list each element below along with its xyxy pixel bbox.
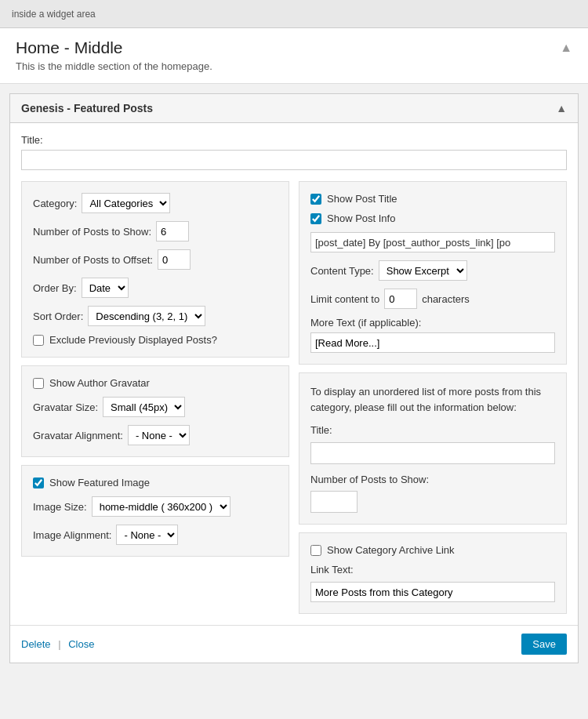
footer-links: Delete | Close [21,638,94,650]
link-text-label: Link Text: [310,564,555,576]
image-align-row: Image Alignment: - None - [33,525,278,545]
right-panel-1: Show Post Title Show Post Info Content T… [299,181,567,365]
right-panel-2: To display an unordered list of more pos… [299,372,567,525]
num-offset-row: Number of Posts to Offset: [33,249,278,270]
gravatar-size-row: Gravatar Size: Small (45px) [33,397,278,417]
sort-order-label: Sort Order: [33,310,83,322]
image-size-label: Image Size: [33,501,87,513]
content-type-select[interactable]: Show Excerpt [379,260,467,281]
delete-link[interactable]: Delete [21,638,51,650]
show-gravatar-label: Show Author Gravatar [49,377,150,389]
close-link[interactable]: Close [68,638,94,650]
widget-footer: Delete | Close Save [10,625,578,663]
order-by-label: Order By: [33,282,77,294]
left-column: Category: All Categories Number of Posts… [21,181,289,614]
link-text-input[interactable] [310,582,555,602]
title-row: Title: [21,134,567,170]
right-column: Show Post Title Show Post Info Content T… [299,181,567,614]
show-image-row: Show Featured Image [33,477,278,488]
num-posts-row: Number of Posts to Show: [33,221,278,241]
title-label: Title: [21,134,567,146]
show-archive-label: Show Category Archive Link [327,544,455,556]
more-title-block: Title: [310,423,555,464]
panel-chevron-up-icon: ▲ [556,102,567,114]
title-input[interactable] [21,150,567,170]
more-title-input[interactable] [310,442,555,464]
header-content: Home - Middle This is the middle section… [16,38,212,72]
header-section: Home - Middle This is the middle section… [0,28,588,84]
info-text: To display an unordered list of more pos… [310,384,555,415]
widget-panel: Genesis - Featured Posts ▲ Title: Catego… [9,93,579,663]
limit-row: Limit content to characters [310,289,555,309]
more-num-posts-label: Number of Posts to Show: [310,472,555,488]
save-button[interactable]: Save [521,634,567,655]
show-title-row: Show Post Title [310,193,555,205]
more-text-block: More Text (if applicable): [310,317,555,353]
num-offset-input[interactable] [158,249,191,270]
left-panel-3: Show Featured Image Image Size: home-mid… [21,465,289,557]
widget-panel-title: Genesis - Featured Posts [21,102,153,114]
show-title-checkbox[interactable] [310,194,321,205]
category-select[interactable]: All Categories [82,193,170,213]
right-panel-3: Show Category Archive Link Link Text: [299,532,567,614]
post-info-input[interactable] [310,232,555,252]
num-posts-input[interactable] [156,221,189,241]
show-info-row: Show Post Info [310,212,555,224]
gravatar-align-row: Gravatar Alignment: - None - [33,425,278,445]
show-gravatar-row: Show Author Gravatar [33,377,278,389]
show-info-label: Show Post Info [327,212,395,224]
page-title: Home - Middle [16,38,212,57]
more-num-posts-block: Number of Posts to Show: [310,472,555,514]
limit-label: Limit content to [310,293,379,305]
image-size-select[interactable]: home-middle ( 360x200 ) [92,496,230,517]
limit-suffix: characters [422,293,470,305]
more-title-label: Title: [310,423,555,438]
two-col-layout: Category: All Categories Number of Posts… [21,181,567,614]
image-align-select[interactable]: - None - [116,525,178,545]
show-image-label: Show Featured Image [49,477,150,488]
top-bar: inside a widget area [0,0,588,28]
content-type-row: Content Type: Show Excerpt [310,260,555,281]
gravatar-align-select[interactable]: - None - [128,425,190,445]
show-gravatar-checkbox[interactable] [33,378,44,389]
exclude-checkbox[interactable] [33,335,44,346]
gravatar-size-label: Gravatar Size: [33,401,98,413]
category-label: Category: [33,198,77,209]
show-info-checkbox[interactable] [310,213,321,224]
widget-panel-header[interactable]: Genesis - Featured Posts ▲ [10,94,578,123]
link-text-block: Link Text: [310,564,555,602]
image-size-row: Image Size: home-middle ( 360x200 ) [33,496,278,517]
show-archive-checkbox[interactable] [310,545,321,556]
exclude-label: Exclude Previously Displayed Posts? [49,334,217,346]
widget-panel-body: Title: Category: All Categories [10,123,578,625]
exclude-row: Exclude Previously Displayed Posts? [33,334,278,346]
num-offset-label: Number of Posts to Offset: [33,254,153,266]
left-panel-1: Category: All Categories Number of Posts… [21,181,289,358]
gravatar-align-label: Gravatar Alignment: [33,430,123,441]
image-align-label: Image Alignment: [33,529,111,541]
more-num-posts-input[interactable] [310,491,358,513]
top-bar-text: inside a widget area [12,9,96,20]
more-text-input[interactable] [310,332,555,353]
more-text-label: More Text (if applicable): [310,317,555,329]
order-by-row: Order By: Date [33,278,278,298]
footer-separator: | [58,638,60,650]
num-posts-label: Number of Posts to Show: [33,226,151,238]
page-subtitle: This is the middle section of the homepa… [16,60,212,72]
category-row: Category: All Categories [33,193,278,213]
limit-input[interactable] [384,289,417,309]
header-chevron-up-icon: ▲ [560,41,572,55]
left-panel-2: Show Author Gravatar Gravatar Size: Smal… [21,365,289,457]
gravatar-size-select[interactable]: Small (45px) [103,397,185,417]
sort-order-select[interactable]: Descending (3, 2, 1) [88,306,205,326]
show-archive-row: Show Category Archive Link [310,544,555,556]
content-type-label: Content Type: [310,265,374,277]
show-title-label: Show Post Title [327,193,397,205]
order-by-select[interactable]: Date [82,278,129,298]
show-image-checkbox[interactable] [33,478,44,488]
sort-order-row: Sort Order: Descending (3, 2, 1) [33,306,278,326]
